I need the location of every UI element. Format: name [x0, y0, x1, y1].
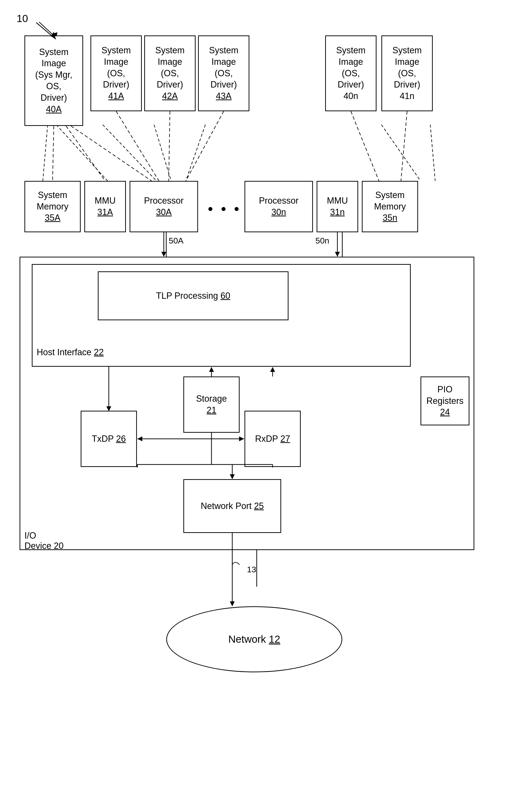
ellipsis: • • •	[208, 201, 241, 217]
svg-line-2	[43, 125, 48, 181]
svg-line-30	[71, 126, 152, 181]
system-image-43A-text: SystemImage(OS,Driver)43A	[209, 45, 239, 102]
storage-box: Storage21	[183, 377, 240, 433]
processor-30A: Processor30A	[130, 181, 198, 232]
system-image-40A: SystemImage(Sys Mgr,OS,Driver)40A	[24, 35, 83, 126]
txdp-box: TxDP 26	[81, 411, 137, 467]
bus-label-50n: 50n	[316, 236, 329, 245]
system-image-42A-text: SystemImage(OS,Driver)42A	[155, 45, 185, 102]
system-image-40n-text: SystemImage(OS,Driver)40n	[336, 45, 365, 102]
txdp-text: TxDP 26	[92, 433, 126, 445]
system-image-41A: SystemImage(OS,Driver)41A	[91, 35, 142, 111]
svg-line-32	[169, 111, 170, 181]
storage-text: Storage21	[196, 393, 227, 416]
system-image-43A: SystemImage(OS,Driver)43A	[198, 35, 249, 111]
system-image-41A-text: SystemImage(OS,Driver)41A	[101, 45, 131, 102]
system-memory-35A: SystemMemory35A	[24, 181, 81, 232]
svg-marker-37	[162, 252, 166, 257]
pio-registers-text: PIORegisters24	[426, 384, 463, 418]
processor-30n-text: Processor30n	[259, 195, 299, 218]
svg-line-6	[186, 125, 205, 181]
network-ellipse: Network 12	[166, 606, 342, 672]
svg-line-8	[430, 125, 435, 181]
svg-line-7	[381, 125, 420, 181]
conn-label-13: 13	[247, 565, 256, 574]
svg-line-34	[351, 111, 379, 181]
svg-line-29	[66, 126, 105, 181]
rxdp-box: RxDP 27	[245, 411, 301, 467]
network-port-box: Network Port 25	[183, 479, 281, 533]
host-interface-label: Host Interface 22	[37, 347, 104, 357]
network-port-text: Network Port 25	[201, 500, 264, 512]
svg-line-3	[56, 125, 108, 181]
bus-label-50A: 50A	[169, 236, 184, 245]
system-image-40A-text: SystemImage(Sys Mgr,OS,Driver)40A	[35, 46, 72, 115]
svg-line-4	[103, 125, 156, 181]
system-image-41n: SystemImage(OS,Driver)41n	[381, 35, 433, 111]
mmu-31n-text: MMU31n	[327, 195, 348, 218]
system-memory-35A-text: SystemMemory35A	[37, 189, 69, 224]
tlp-processing-box: TLP Processing 60	[98, 271, 288, 320]
processor-30n: Processor30n	[245, 181, 313, 232]
system-image-40n: SystemImage(OS,Driver)40n	[325, 35, 377, 111]
system-image-41n-text: SystemImage(OS,Driver)41n	[393, 45, 422, 102]
system-image-42A: SystemImage(OS,Driver)42A	[144, 35, 195, 111]
figure-label: 10	[17, 13, 28, 24]
tlp-processing-text: TLP Processing 60	[156, 290, 230, 302]
network-text: Network 12	[228, 633, 280, 645]
mmu-31n: MMU31n	[317, 181, 358, 232]
io-device-label: I/ODevice 20	[24, 531, 63, 551]
system-memory-35n: SystemMemory35n	[362, 181, 418, 232]
diagram: 10	[0, 0, 532, 796]
svg-line-35	[401, 111, 407, 181]
svg-marker-39	[335, 252, 340, 257]
svg-line-28	[53, 126, 54, 181]
rxdp-text: RxDP 27	[255, 433, 290, 445]
system-memory-35n-text: SystemMemory35n	[374, 189, 406, 224]
mmu-31A-text: MMU31A	[95, 195, 116, 218]
mmu-31A: MMU31A	[84, 181, 126, 232]
processor-30A-text: Processor30A	[144, 195, 184, 218]
pio-registers-box: PIORegisters24	[420, 377, 470, 425]
svg-line-5	[154, 125, 171, 181]
svg-line-31	[116, 111, 159, 181]
svg-line-33	[186, 111, 224, 181]
svg-marker-58	[230, 601, 235, 606]
